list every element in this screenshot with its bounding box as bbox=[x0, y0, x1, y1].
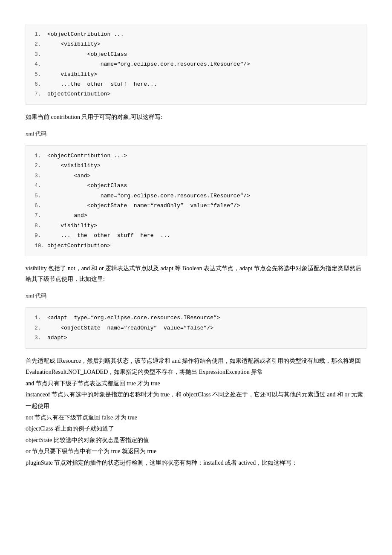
page-content: 1. <objectContribution ... 2. <visibilit… bbox=[26, 24, 366, 469]
line-number: 6. bbox=[35, 201, 47, 211]
line-content: <and> bbox=[47, 171, 90, 181]
code-line: 2. <objectState name=“readOnly” value=“f… bbox=[35, 323, 357, 333]
line-content: name=“org.eclipse.core.resources.IResour… bbox=[47, 191, 250, 201]
code-line: 6. ...the other stuff here... bbox=[35, 79, 357, 89]
paragraph-1: 如果当前 contribution 只用于可写的对象,可以这样写: bbox=[26, 112, 366, 122]
code-line: 1. <adapt type=“org.eclipse.core.resourc… bbox=[35, 313, 357, 323]
code-line: 6. <objectState name=“readOnly” value=“f… bbox=[35, 201, 357, 211]
line-content: <objectClass bbox=[47, 181, 127, 191]
line-number: 2. bbox=[35, 161, 47, 171]
desc-line-1: 首先适配成 IResource，然后判断其状态，该节点通常和 and 操作符结合… bbox=[26, 356, 366, 378]
code-line: 2. <visibility> bbox=[35, 161, 357, 171]
code-label-3: xml 代码 bbox=[26, 291, 366, 301]
desc-line-8: pluginState 节点对指定的插件的状态进行检测，这里的状态有两种：ins… bbox=[26, 457, 366, 469]
code-line: 9. ... the other stuff here ... bbox=[35, 231, 357, 240]
line-content: <visibility> bbox=[47, 161, 101, 171]
code-line: 10. objectContribution> bbox=[35, 241, 357, 251]
line-number: 4. bbox=[35, 59, 47, 69]
line-number: 2. bbox=[35, 39, 47, 49]
line-content: ... the other stuff here ... bbox=[47, 231, 170, 240]
code-line: 8. visibility> bbox=[35, 221, 357, 231]
line-number: 1. bbox=[35, 313, 47, 323]
line-content: visibility> bbox=[47, 221, 97, 231]
line-number: 8. bbox=[35, 221, 47, 231]
line-content: objectContribution> bbox=[47, 89, 110, 99]
line-number: 1. bbox=[35, 29, 47, 39]
line-content: <adapt type=“org.eclipse.core.resources.… bbox=[47, 313, 220, 323]
paragraph-2: visibility 包括了 not，and 和 or 逻辑表达式节点以及 ad… bbox=[26, 263, 366, 284]
desc-line-5: objectClass 看上面的例子就知道了 bbox=[26, 423, 366, 435]
code-line: 3. adapt> bbox=[35, 333, 357, 343]
line-number: 9. bbox=[35, 231, 47, 240]
code-block-3: 1. <adapt type=“org.eclipse.core.resourc… bbox=[26, 307, 366, 348]
line-number: 7. bbox=[35, 211, 47, 220]
line-number: 3. bbox=[35, 49, 47, 59]
line-content: <objectContribution ... bbox=[47, 29, 124, 39]
desc-line-7: or 节点只要下级节点中有一个为 true 就返回为 true bbox=[26, 446, 366, 457]
code-line: 5. visibility> bbox=[35, 69, 357, 79]
line-content: adapt> bbox=[47, 333, 67, 343]
code-line: 3. <and> bbox=[35, 171, 357, 181]
line-content: objectContribution> bbox=[47, 241, 110, 251]
line-number: 5. bbox=[35, 69, 47, 79]
code-line: 1. <objectContribution ... bbox=[35, 29, 357, 39]
code-line: 4. <objectClass bbox=[35, 181, 357, 191]
line-number: 1. bbox=[35, 151, 47, 161]
code-line: 2. <visibility> bbox=[35, 39, 357, 49]
line-number: 4. bbox=[35, 181, 47, 191]
code-line: 1. <objectContribution ...> bbox=[35, 151, 357, 161]
line-number: 3. bbox=[35, 333, 47, 343]
desc-line-4: not 节点只有在下级节点返回 false 才为 true bbox=[26, 412, 366, 424]
line-number: 2. bbox=[35, 323, 47, 333]
line-content: name=“org.eclipse.core.resources.IResour… bbox=[47, 59, 250, 69]
line-number: 10. bbox=[35, 241, 47, 251]
code-line: 5. name=“org.eclipse.core.resources.IRes… bbox=[35, 191, 357, 201]
line-content: <objectState name=“readOnly” value=“fals… bbox=[47, 201, 240, 211]
line-content: visibility> bbox=[47, 69, 97, 79]
code-line: 4. name=“org.eclipse.core.resources.IRes… bbox=[35, 59, 357, 69]
desc-line-3: instanceof 节点只有选中的对象是指定的名称时才为 true，和 obj… bbox=[26, 389, 366, 412]
line-content: <objectState name=“readOnly” value=“fals… bbox=[47, 323, 213, 333]
line-content: ...the other stuff here... bbox=[47, 79, 157, 89]
desc-line-2: and 节点只有下级子节点表达式都返回 true 才为 true bbox=[26, 378, 366, 390]
line-content: <objectContribution ...> bbox=[47, 151, 127, 161]
line-number: 6. bbox=[35, 79, 47, 89]
line-number: 3. bbox=[35, 171, 47, 181]
description-block: 首先适配成 IResource，然后判断其状态，该节点通常和 and 操作符结合… bbox=[26, 356, 366, 469]
code-line: 7. and> bbox=[35, 211, 357, 220]
line-content: and> bbox=[47, 211, 87, 220]
line-number: 5. bbox=[35, 191, 47, 201]
code-label-2: xml 代码 bbox=[26, 129, 366, 139]
line-content: <objectClass bbox=[47, 49, 127, 59]
code-line: 7. objectContribution> bbox=[35, 89, 357, 99]
code-block-2: 1. <objectContribution ...> 2. <visibili… bbox=[26, 145, 366, 256]
desc-line-6: objectState 比较选中的对象的状态是否指定的值 bbox=[26, 435, 366, 446]
code-block-1: 1. <objectContribution ... 2. <visibilit… bbox=[26, 24, 366, 105]
code-line: 3. <objectClass bbox=[35, 49, 357, 59]
line-number: 7. bbox=[35, 89, 47, 99]
line-content: <visibility> bbox=[47, 39, 101, 49]
